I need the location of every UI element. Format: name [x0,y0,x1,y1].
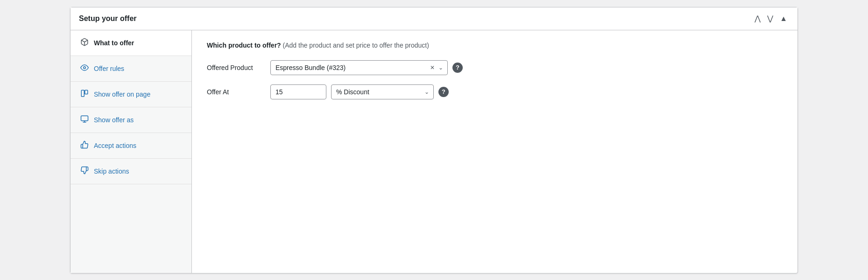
collapse-up-button[interactable]: ⋀ [753,14,762,23]
panel-body: What to offer Offer rules [71,30,797,273]
sidebar-item-skip-actions[interactable]: Skip actions [71,159,191,184]
sidebar-item-accept-actions[interactable]: Accept actions [71,133,191,159]
product-select[interactable]: Espresso Bundle (#323) [270,60,448,75]
panel-title: Setup your offer [79,14,137,23]
collapse-down-button[interactable]: ⋁ [765,14,775,23]
product-select-wrapper: Espresso Bundle (#323) ✕ ⌄ [270,60,448,75]
section-subtitle: (Add the product and set price to offer … [283,42,429,49]
box-icon [80,38,89,48]
offered-product-fields: Espresso Bundle (#323) ✕ ⌄ ? [270,60,783,75]
monitor-icon [80,115,89,125]
sidebar-item-show-offer-as[interactable]: Show offer as [71,107,191,133]
thumbs-up-icon [80,140,89,151]
svg-rect-2 [81,90,84,97]
svg-point-1 [84,66,86,69]
eye-icon [80,63,89,74]
discount-type-select[interactable]: % Discount Flat Discount Flat Price [331,84,434,99]
sidebar-item-show-offer-on-page[interactable]: Show offer on page [71,82,191,107]
sidebar-item-label: What to offer [94,39,134,47]
offer-at-label: Offer At [207,88,263,96]
svg-rect-4 [81,116,88,121]
offered-product-row: Offered Product Espresso Bundle (#323) ✕… [207,60,783,75]
sidebar: What to offer Offer rules [71,30,192,273]
sidebar-item-label: Show offer as [94,116,134,124]
discount-select-wrapper: % Discount Flat Discount Flat Price ⌄ [331,84,434,99]
header-controls: ⋀ ⋁ ▲ [753,14,789,23]
thumbs-down-icon [80,166,89,176]
sidebar-item-label: Show offer on page [94,91,150,98]
sidebar-item-label: Offer rules [94,65,124,72]
section-title: Which product to offer? (Add the product… [207,42,783,49]
panel-header: Setup your offer ⋀ ⋁ ▲ [71,7,797,30]
offer-at-row: Offer At % Discount Flat Discount Flat P… [207,84,783,99]
sidebar-item-offer-rules[interactable]: Offer rules [71,56,191,82]
expand-button[interactable]: ▲ [778,14,789,23]
svg-rect-3 [85,90,88,94]
offer-at-fields: % Discount Flat Discount Flat Price ⌄ ? [270,84,783,99]
page-icon [80,89,89,99]
setup-offer-panel: Setup your offer ⋀ ⋁ ▲ What to offer [70,7,798,273]
sidebar-item-label: Accept actions [94,142,136,149]
main-content: Which product to offer? (Add the product… [192,30,797,273]
offered-product-label: Offered Product [207,64,263,71]
product-help-icon[interactable]: ? [452,63,463,73]
sidebar-item-label: Skip actions [94,168,129,175]
discount-help-icon[interactable]: ? [438,87,449,97]
sidebar-item-what-to-offer[interactable]: What to offer [71,30,191,56]
offer-at-input[interactable] [270,84,326,99]
